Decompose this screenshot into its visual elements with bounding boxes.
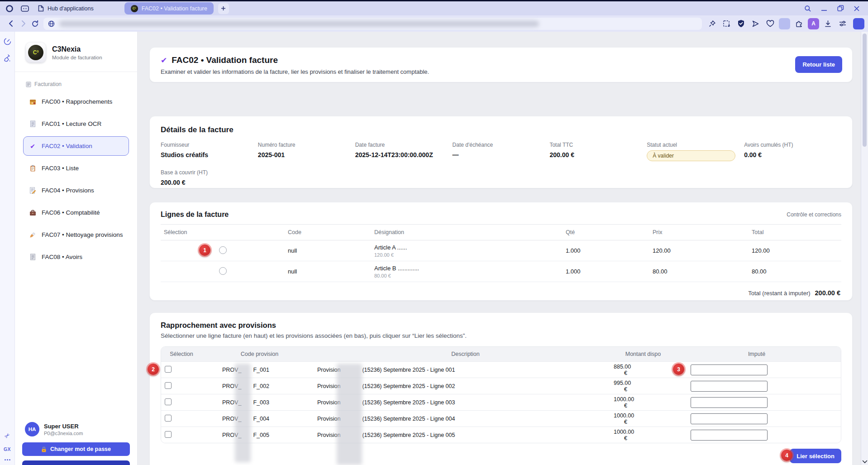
provision-checkbox[interactable]	[165, 415, 172, 422]
sidebar-item-fac00[interactable]: FAC00 • Rapprochements	[23, 92, 129, 111]
back-button[interactable]	[5, 18, 17, 29]
scroll-down-chevron-icon[interactable]	[862, 460, 868, 464]
invoice-lines-card: Lignes de la facture Contrôle et correct…	[149, 202, 853, 301]
line-designation: Article A ......	[374, 244, 563, 251]
provisions-subtitle: Sélectionner une ligne facture (en haut)…	[161, 332, 841, 339]
archive-icon	[29, 99, 36, 105]
app-sidebar: C³ C3Nexia Module de facturation Factura…	[15, 32, 138, 465]
line-price: 120.00	[649, 247, 749, 254]
provisions-card: Rapprochement avec provisions Sélectionn…	[149, 312, 853, 465]
change-password-button[interactable]: Changer mot de passe	[22, 442, 130, 456]
tab-hub[interactable]: Hub d'applications	[33, 1, 98, 15]
send-icon[interactable]	[750, 18, 761, 29]
field-label: Fournisseur	[161, 142, 258, 148]
download-icon[interactable]	[822, 18, 834, 29]
memo-pencil-icon	[29, 187, 36, 194]
line-designation-sub: 80.00 €	[374, 273, 563, 278]
line-designation: Article B .............	[374, 265, 563, 272]
provision-row: PROV_F_002 Provision(15236) Septembre 20…	[161, 378, 841, 394]
line-qty: 1.000	[563, 247, 649, 254]
brand-subtitle: Module de facturation	[52, 55, 102, 60]
user-box: HA Super USER P0@c3nexia.com Changer mot…	[15, 417, 137, 465]
receipt-icon	[29, 254, 36, 260]
provision-checkbox[interactable]	[165, 366, 172, 373]
provision-row: PROV_F_005 Provision(15236) Septembre 20…	[161, 427, 841, 443]
scrollbar[interactable]	[861, 32, 868, 465]
brush-icon	[29, 232, 36, 238]
logout-button-clipped[interactable]	[22, 460, 130, 465]
field-label: Date d'échéance	[453, 142, 550, 148]
reload-button[interactable]	[29, 18, 41, 29]
page-title: FAC02 • Validation facture	[172, 55, 278, 65]
sidebar-item-fac08[interactable]: FAC08 • Avoirs	[23, 247, 129, 267]
extensions-puzzle-icon[interactable]	[793, 18, 805, 29]
cleaner-broom-icon[interactable]	[3, 54, 12, 62]
provision-amount: 1000.00 €	[614, 429, 672, 441]
impute-input[interactable]	[691, 397, 768, 408]
impute-input[interactable]	[691, 364, 768, 375]
annotation-badge-4: 4	[781, 450, 792, 461]
control-corrections-link[interactable]: Contrôle et corrections	[787, 211, 841, 218]
speed-dial-icon[interactable]	[3, 37, 12, 46]
lock-icon	[41, 446, 47, 452]
close-button[interactable]	[852, 4, 862, 14]
minimize-button[interactable]	[819, 4, 829, 14]
user-name: Super USER	[44, 423, 83, 430]
new-tab-button[interactable]	[218, 3, 229, 14]
search-icon[interactable]	[803, 4, 813, 14]
clipboard-icon	[29, 165, 36, 172]
line-designation-sub: 120.00 €	[374, 252, 563, 258]
impute-input[interactable]	[691, 413, 768, 424]
address-bar[interactable]	[43, 18, 702, 30]
sidebar-item-fac06[interactable]: FAC06 • Comptabilité	[23, 203, 129, 222]
status-badge: À valider	[647, 150, 735, 161]
link-selection-button[interactable]: Lier sélection	[790, 449, 841, 463]
provision-row: PROV_F_001 Provision(15236) Septembre 20…	[161, 361, 841, 378]
user-avatar: HA	[25, 422, 39, 436]
gx-label[interactable]: GX	[4, 446, 11, 452]
receipt-icon	[29, 120, 36, 127]
snapshot-icon[interactable]	[721, 18, 732, 29]
scissors-icon[interactable]: ✂	[3, 431, 12, 440]
tab-panel-icon[interactable]	[21, 5, 29, 12]
provision-checkbox[interactable]	[165, 398, 172, 405]
provision-checkbox[interactable]	[165, 382, 172, 389]
opera-logo-icon[interactable]	[5, 5, 14, 13]
tab-fac02-active[interactable]: C³ FAC02 • Validation facture	[124, 2, 214, 14]
url-redaction-blur	[59, 21, 539, 27]
tab-label: Hub d'applications	[48, 5, 94, 12]
provision-row: PROV_F_004 Provision(15236) Septembre 20…	[161, 410, 841, 427]
impute-input[interactable]	[691, 381, 768, 392]
overflow-dots-icon[interactable]	[5, 459, 10, 460]
provisions-title: Rapprochement avec provisions	[161, 321, 841, 330]
provisions-table-header: Sélection Code provision Description Mon…	[161, 347, 841, 361]
line-radio[interactable]	[219, 267, 227, 275]
field-value: 2025-12-14T23:00:00.000Z	[355, 151, 453, 158]
forward-button[interactable]	[17, 18, 29, 29]
check-icon: ✔	[161, 56, 167, 65]
sidebar-item-fac01[interactable]: FAC01 • Lecture OCR	[23, 114, 129, 134]
provision-amount: 885.00 €	[614, 364, 672, 376]
sidebar-item-fac03[interactable]: FAC03 • Liste	[23, 158, 129, 178]
tune-icon[interactable]	[837, 18, 848, 29]
profile-avatar[interactable]: A	[808, 18, 819, 29]
return-list-button[interactable]: Retour liste	[795, 56, 842, 73]
line-price: 80.00	[649, 268, 749, 275]
invoice-line-row: null Article B .............80.00 € 1.00…	[161, 261, 841, 282]
sidebar-item-fac07[interactable]: FAC07 • Nettoyage provisions	[23, 225, 129, 244]
lines-total-value: 200.00 €	[815, 289, 840, 297]
shield-check-icon[interactable]	[735, 18, 747, 29]
field-label: Date facture	[355, 142, 453, 148]
line-total: 80.00	[749, 268, 841, 275]
sidebar-item-fac04[interactable]: FAC04 • Provisions	[23, 181, 129, 200]
line-radio[interactable]	[219, 246, 227, 254]
scrollbar-thumb[interactable]	[863, 34, 867, 147]
sidebar-item-fac02[interactable]: ✔ FAC02 • Validation	[23, 136, 129, 156]
annotation-badge-2: 2	[148, 364, 159, 375]
impute-input[interactable]	[691, 430, 768, 441]
maximize-button[interactable]	[835, 4, 845, 14]
pin-icon[interactable]	[706, 18, 718, 29]
provision-checkbox[interactable]	[165, 431, 172, 438]
browser-tab-bar: Hub d'applications C³ FAC02 • Validation…	[0, 1, 868, 15]
heart-icon[interactable]	[764, 18, 776, 29]
